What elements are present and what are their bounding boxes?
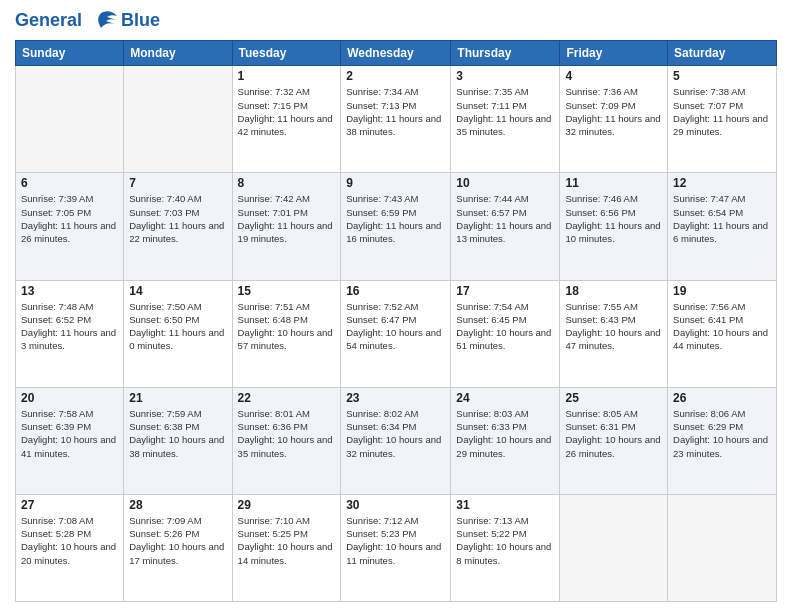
day-number: 17 [456, 284, 554, 298]
day-info: Sunrise: 7:39 AM Sunset: 7:05 PM Dayligh… [21, 192, 118, 245]
day-number: 22 [238, 391, 336, 405]
day-info: Sunrise: 7:09 AM Sunset: 5:26 PM Dayligh… [129, 514, 226, 567]
table-row: 28Sunrise: 7:09 AM Sunset: 5:26 PM Dayli… [124, 494, 232, 601]
table-row: 19Sunrise: 7:56 AM Sunset: 6:41 PM Dayli… [668, 280, 777, 387]
col-wednesday: Wednesday [341, 41, 451, 66]
day-info: Sunrise: 7:50 AM Sunset: 6:50 PM Dayligh… [129, 300, 226, 353]
day-number: 4 [565, 69, 662, 83]
table-row: 30Sunrise: 7:12 AM Sunset: 5:23 PM Dayli… [341, 494, 451, 601]
day-number: 8 [238, 176, 336, 190]
table-row [16, 66, 124, 173]
day-info: Sunrise: 8:06 AM Sunset: 6:29 PM Dayligh… [673, 407, 771, 460]
calendar-row: 20Sunrise: 7:58 AM Sunset: 6:39 PM Dayli… [16, 387, 777, 494]
day-number: 11 [565, 176, 662, 190]
day-number: 10 [456, 176, 554, 190]
day-number: 30 [346, 498, 445, 512]
day-info: Sunrise: 7:55 AM Sunset: 6:43 PM Dayligh… [565, 300, 662, 353]
calendar-row: 27Sunrise: 7:08 AM Sunset: 5:28 PM Dayli… [16, 494, 777, 601]
table-row: 21Sunrise: 7:59 AM Sunset: 6:38 PM Dayli… [124, 387, 232, 494]
table-row [668, 494, 777, 601]
table-row: 10Sunrise: 7:44 AM Sunset: 6:57 PM Dayli… [451, 173, 560, 280]
day-number: 24 [456, 391, 554, 405]
table-row: 27Sunrise: 7:08 AM Sunset: 5:28 PM Dayli… [16, 494, 124, 601]
day-number: 20 [21, 391, 118, 405]
day-info: Sunrise: 8:01 AM Sunset: 6:36 PM Dayligh… [238, 407, 336, 460]
day-number: 29 [238, 498, 336, 512]
day-number: 6 [21, 176, 118, 190]
col-sunday: Sunday [16, 41, 124, 66]
calendar-row: 1Sunrise: 7:32 AM Sunset: 7:15 PM Daylig… [16, 66, 777, 173]
day-number: 18 [565, 284, 662, 298]
table-row: 4Sunrise: 7:36 AM Sunset: 7:09 PM Daylig… [560, 66, 668, 173]
day-info: Sunrise: 7:40 AM Sunset: 7:03 PM Dayligh… [129, 192, 226, 245]
table-row: 1Sunrise: 7:32 AM Sunset: 7:15 PM Daylig… [232, 66, 341, 173]
day-info: Sunrise: 7:51 AM Sunset: 6:48 PM Dayligh… [238, 300, 336, 353]
day-info: Sunrise: 7:59 AM Sunset: 6:38 PM Dayligh… [129, 407, 226, 460]
table-row: 3Sunrise: 7:35 AM Sunset: 7:11 PM Daylig… [451, 66, 560, 173]
col-tuesday: Tuesday [232, 41, 341, 66]
table-row: 8Sunrise: 7:42 AM Sunset: 7:01 PM Daylig… [232, 173, 341, 280]
table-row: 22Sunrise: 8:01 AM Sunset: 6:36 PM Dayli… [232, 387, 341, 494]
table-row: 5Sunrise: 7:38 AM Sunset: 7:07 PM Daylig… [668, 66, 777, 173]
table-row: 14Sunrise: 7:50 AM Sunset: 6:50 PM Dayli… [124, 280, 232, 387]
day-info: Sunrise: 7:54 AM Sunset: 6:45 PM Dayligh… [456, 300, 554, 353]
day-number: 15 [238, 284, 336, 298]
day-info: Sunrise: 7:13 AM Sunset: 5:22 PM Dayligh… [456, 514, 554, 567]
logo-text: General [15, 10, 119, 32]
table-row: 29Sunrise: 7:10 AM Sunset: 5:25 PM Dayli… [232, 494, 341, 601]
day-info: Sunrise: 7:46 AM Sunset: 6:56 PM Dayligh… [565, 192, 662, 245]
day-info: Sunrise: 7:56 AM Sunset: 6:41 PM Dayligh… [673, 300, 771, 353]
day-number: 27 [21, 498, 118, 512]
logo: General Blue [15, 10, 160, 32]
header: General Blue [15, 10, 777, 32]
table-row: 9Sunrise: 7:43 AM Sunset: 6:59 PM Daylig… [341, 173, 451, 280]
table-row: 18Sunrise: 7:55 AM Sunset: 6:43 PM Dayli… [560, 280, 668, 387]
day-number: 1 [238, 69, 336, 83]
table-row: 13Sunrise: 7:48 AM Sunset: 6:52 PM Dayli… [16, 280, 124, 387]
day-number: 7 [129, 176, 226, 190]
day-info: Sunrise: 7:36 AM Sunset: 7:09 PM Dayligh… [565, 85, 662, 138]
table-row: 16Sunrise: 7:52 AM Sunset: 6:47 PM Dayli… [341, 280, 451, 387]
calendar-row: 6Sunrise: 7:39 AM Sunset: 7:05 PM Daylig… [16, 173, 777, 280]
day-info: Sunrise: 7:34 AM Sunset: 7:13 PM Dayligh… [346, 85, 445, 138]
table-row: 31Sunrise: 7:13 AM Sunset: 5:22 PM Dayli… [451, 494, 560, 601]
day-info: Sunrise: 7:43 AM Sunset: 6:59 PM Dayligh… [346, 192, 445, 245]
calendar-header-row: Sunday Monday Tuesday Wednesday Thursday… [16, 41, 777, 66]
logo-blue: Blue [121, 10, 160, 32]
day-info: Sunrise: 7:47 AM Sunset: 6:54 PM Dayligh… [673, 192, 771, 245]
day-info: Sunrise: 7:32 AM Sunset: 7:15 PM Dayligh… [238, 85, 336, 138]
day-number: 26 [673, 391, 771, 405]
day-info: Sunrise: 7:48 AM Sunset: 6:52 PM Dayligh… [21, 300, 118, 353]
day-info: Sunrise: 7:58 AM Sunset: 6:39 PM Dayligh… [21, 407, 118, 460]
table-row [560, 494, 668, 601]
table-row: 26Sunrise: 8:06 AM Sunset: 6:29 PM Dayli… [668, 387, 777, 494]
table-row: 25Sunrise: 8:05 AM Sunset: 6:31 PM Dayli… [560, 387, 668, 494]
day-number: 19 [673, 284, 771, 298]
day-info: Sunrise: 7:10 AM Sunset: 5:25 PM Dayligh… [238, 514, 336, 567]
day-info: Sunrise: 7:35 AM Sunset: 7:11 PM Dayligh… [456, 85, 554, 138]
day-number: 23 [346, 391, 445, 405]
day-number: 14 [129, 284, 226, 298]
day-number: 13 [21, 284, 118, 298]
page: General Blue Sunday Monday Tuesday Wedne… [0, 0, 792, 612]
table-row: 7Sunrise: 7:40 AM Sunset: 7:03 PM Daylig… [124, 173, 232, 280]
col-friday: Friday [560, 41, 668, 66]
table-row: 17Sunrise: 7:54 AM Sunset: 6:45 PM Dayli… [451, 280, 560, 387]
table-row: 11Sunrise: 7:46 AM Sunset: 6:56 PM Dayli… [560, 173, 668, 280]
day-number: 25 [565, 391, 662, 405]
day-number: 5 [673, 69, 771, 83]
day-number: 3 [456, 69, 554, 83]
day-number: 31 [456, 498, 554, 512]
table-row: 20Sunrise: 7:58 AM Sunset: 6:39 PM Dayli… [16, 387, 124, 494]
table-row: 15Sunrise: 7:51 AM Sunset: 6:48 PM Dayli… [232, 280, 341, 387]
table-row: 24Sunrise: 8:03 AM Sunset: 6:33 PM Dayli… [451, 387, 560, 494]
day-info: Sunrise: 7:52 AM Sunset: 6:47 PM Dayligh… [346, 300, 445, 353]
table-row: 2Sunrise: 7:34 AM Sunset: 7:13 PM Daylig… [341, 66, 451, 173]
day-info: Sunrise: 8:05 AM Sunset: 6:31 PM Dayligh… [565, 407, 662, 460]
col-thursday: Thursday [451, 41, 560, 66]
day-number: 21 [129, 391, 226, 405]
table-row: 12Sunrise: 7:47 AM Sunset: 6:54 PM Dayli… [668, 173, 777, 280]
day-number: 16 [346, 284, 445, 298]
table-row: 6Sunrise: 7:39 AM Sunset: 7:05 PM Daylig… [16, 173, 124, 280]
day-info: Sunrise: 8:03 AM Sunset: 6:33 PM Dayligh… [456, 407, 554, 460]
